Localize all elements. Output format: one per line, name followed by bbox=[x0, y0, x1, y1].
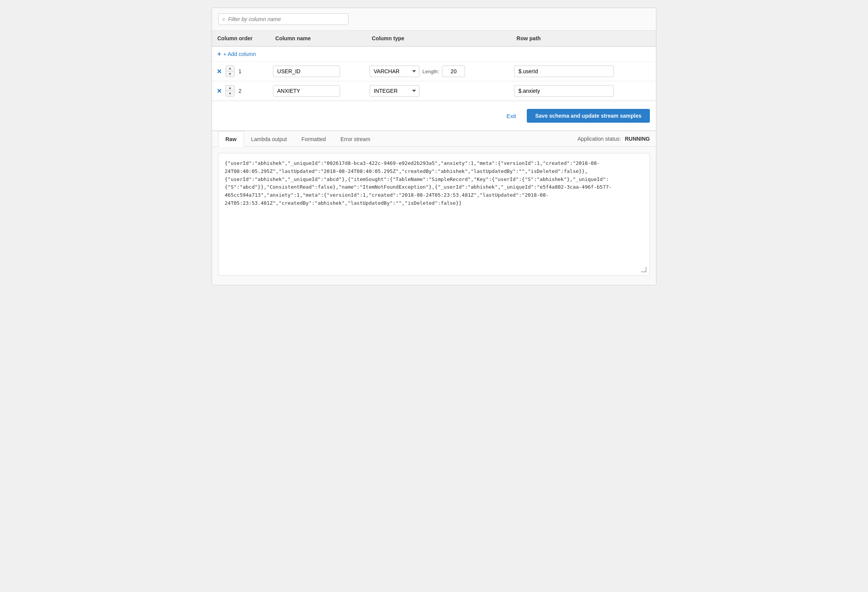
path-input[interactable] bbox=[514, 66, 614, 77]
order-cell: ✕ ▲ ▼ 1 bbox=[212, 62, 270, 81]
schema-editor-container: ▿ Column order Column name Column type R… bbox=[212, 8, 656, 285]
table-body: + + Add column ✕ ▲ ▼ 1 VARCHARINTEGERBIG… bbox=[212, 46, 656, 101]
delete-row-button[interactable]: ✕ bbox=[215, 67, 223, 76]
action-bar: Exit Save schema and update stream sampl… bbox=[212, 101, 656, 130]
order-cell-content: ✕ ▲ ▼ 1 bbox=[215, 66, 267, 77]
order-number: 2 bbox=[237, 88, 242, 94]
app-status-value: RUNNING bbox=[625, 136, 650, 142]
exit-button[interactable]: Exit bbox=[502, 110, 521, 122]
table-row: ✕ ▲ ▼ 2 VARCHARINTEGERBIGINTDOUBLEBOOLEA… bbox=[212, 81, 656, 101]
order-spinners: ▲ ▼ bbox=[225, 66, 235, 77]
add-column-button[interactable]: + + Add column bbox=[217, 51, 256, 58]
add-column-label: + Add column bbox=[223, 51, 256, 57]
column-name-header: Column name bbox=[270, 31, 367, 46]
delete-row-button[interactable]: ✕ bbox=[215, 87, 223, 95]
length-label: Length: bbox=[422, 69, 439, 74]
type-cell: VARCHARINTEGERBIGINTDOUBLEBOOLEANTIMESTA… bbox=[367, 81, 511, 101]
order-number: 1 bbox=[237, 68, 242, 74]
filter-input[interactable] bbox=[228, 16, 344, 22]
table-header: Column order Column name Column type Row… bbox=[212, 31, 656, 46]
column-name-input[interactable] bbox=[273, 85, 340, 97]
order-down-button[interactable]: ▼ bbox=[226, 71, 234, 77]
tabs-section: RawLambda outputFormattedError stream Ap… bbox=[212, 130, 656, 285]
type-select[interactable]: VARCHARINTEGERBIGINTDOUBLEBOOLEANTIMESTA… bbox=[370, 66, 419, 77]
path-cell bbox=[511, 81, 656, 101]
name-cell bbox=[270, 62, 367, 81]
save-button[interactable]: Save schema and update stream samples bbox=[527, 109, 650, 123]
table-row: ✕ ▲ ▼ 1 VARCHARINTEGERBIGINTDOUBLEBOOLEA… bbox=[212, 62, 656, 81]
schema-table: Column order Column name Column type Row… bbox=[212, 31, 656, 101]
type-select-wrapper: VARCHARINTEGERBIGINTDOUBLEBOOLEANTIMESTA… bbox=[370, 85, 508, 97]
order-down-button[interactable]: ▼ bbox=[226, 91, 234, 96]
tab-error_stream[interactable]: Error stream bbox=[333, 131, 378, 147]
type-cell: VARCHARINTEGERBIGINTDOUBLEBOOLEANTIMESTA… bbox=[367, 62, 511, 81]
order-cell-content: ✕ ▲ ▼ 2 bbox=[215, 85, 267, 97]
column-type-header: Column type bbox=[367, 31, 511, 46]
filter-bar: ▿ bbox=[212, 8, 656, 31]
tab-formatted[interactable]: Formatted bbox=[294, 131, 333, 147]
tab-lambda_output[interactable]: Lambda output bbox=[244, 131, 294, 147]
tab-raw[interactable]: Raw bbox=[218, 131, 244, 147]
length-input[interactable] bbox=[442, 66, 465, 77]
column-order-header: Column order bbox=[212, 31, 270, 46]
order-spinners: ▲ ▼ bbox=[225, 85, 235, 97]
plus-icon: + bbox=[217, 51, 221, 58]
order-cell: ✕ ▲ ▼ 2 bbox=[212, 81, 270, 101]
order-up-button[interactable]: ▲ bbox=[226, 66, 234, 71]
path-input[interactable] bbox=[514, 85, 614, 97]
path-cell bbox=[511, 62, 656, 81]
app-status: Application status: RUNNING bbox=[577, 136, 650, 142]
app-status-label: Application status: bbox=[577, 136, 621, 142]
add-column-row: + + Add column bbox=[212, 46, 656, 62]
add-column-cell: + + Add column bbox=[212, 46, 656, 62]
type-select[interactable]: VARCHARINTEGERBIGINTDOUBLEBOOLEANTIMESTA… bbox=[370, 85, 419, 97]
tabs-header: RawLambda outputFormattedError stream Ap… bbox=[212, 131, 656, 147]
type-select-wrapper: VARCHARINTEGERBIGINTDOUBLEBOOLEANTIMESTA… bbox=[370, 66, 508, 77]
raw-content-area: {"userId":"abhishek","_uniqueId":"002617… bbox=[218, 153, 650, 276]
tab-content: {"userId":"abhishek","_uniqueId":"002617… bbox=[212, 147, 656, 285]
row-path-header: Row path bbox=[511, 31, 656, 46]
column-name-input[interactable] bbox=[273, 66, 340, 77]
order-up-button[interactable]: ▲ bbox=[226, 86, 234, 91]
name-cell bbox=[270, 81, 367, 101]
filter-icon: ▿ bbox=[222, 16, 225, 22]
tabs-container: RawLambda outputFormattedError stream bbox=[218, 131, 378, 146]
filter-input-wrapper: ▿ bbox=[218, 13, 349, 25]
